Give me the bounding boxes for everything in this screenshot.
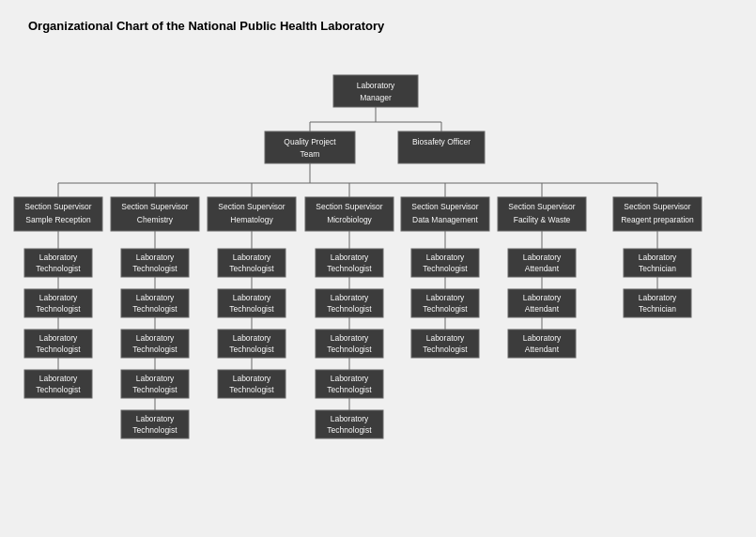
- s5t1-l1: Laboratory: [426, 253, 465, 262]
- s4t1-l1: Laboratory: [331, 253, 369, 262]
- s6t1-l1: Laboratory: [523, 253, 562, 262]
- s1t3-l1: Laboratory: [39, 333, 78, 343]
- sup6-label2: Facility & Waste: [514, 215, 571, 224]
- s4t4-l2: Technologist: [327, 385, 372, 394]
- s3t1-l1: Laboratory: [233, 253, 271, 262]
- s7t1-l2: Technician: [639, 264, 676, 273]
- s4t5-l1: Laboratory: [331, 414, 369, 423]
- s2t3-l1: Laboratory: [136, 333, 175, 343]
- chart-title: Organizational Chart of the National Pub…: [28, 19, 747, 33]
- s4t2-l1: Laboratory: [331, 293, 369, 302]
- sup7-label1: Section Supervisor: [624, 202, 691, 211]
- s1t1-l2: Technologist: [36, 264, 81, 273]
- s6t1-l2: Attendant: [525, 264, 560, 273]
- s2t1-l1: Laboratory: [136, 253, 175, 262]
- manager-label2: Manager: [360, 93, 392, 102]
- s2t4-l1: Laboratory: [136, 374, 175, 383]
- s4t5-l2: Technologist: [327, 425, 372, 435]
- org-chart: .node-box { fill: #3c3c3c; stroke: #666;…: [9, 47, 747, 537]
- s3t4-l2: Technologist: [229, 385, 274, 394]
- s3t3-l2: Technologist: [229, 345, 274, 354]
- sup3-label1: Section Supervisor: [218, 202, 285, 211]
- s1t2-l2: Technologist: [36, 304, 81, 314]
- sup6-label1: Section Supervisor: [508, 202, 576, 211]
- s7t2-l2: Technician: [639, 304, 676, 314]
- manager-label: Laboratory: [357, 81, 395, 90]
- s2t5-l1: Laboratory: [136, 414, 175, 423]
- s4t3-l2: Technologist: [327, 345, 372, 354]
- s5t2-l2: Technologist: [423, 304, 468, 314]
- s4t1-l2: Technologist: [327, 264, 372, 273]
- s7t1-l1: Laboratory: [639, 253, 677, 262]
- s7t2-l1: Laboratory: [639, 293, 677, 302]
- sup1-label2: Sample Reception: [25, 215, 91, 224]
- sup5-label2: Data Management: [412, 215, 479, 224]
- s4t4-l1: Laboratory: [331, 374, 369, 383]
- s3t1-l2: Technologist: [229, 264, 274, 273]
- s4t3-l1: Laboratory: [331, 333, 369, 343]
- s6t3-l1: Laboratory: [523, 333, 562, 343]
- s4t2-l2: Technologist: [327, 304, 372, 314]
- sup5-label1: Section Supervisor: [411, 202, 479, 211]
- s5t3-l1: Laboratory: [426, 333, 465, 343]
- s2t5-l2: Technologist: [132, 425, 177, 435]
- s2t4-l2: Technologist: [132, 385, 177, 394]
- s6t2-l1: Laboratory: [523, 293, 562, 302]
- s5t3-l2: Technologist: [423, 345, 468, 354]
- sup2-label1: Section Supervisor: [121, 202, 189, 211]
- s3t4-l1: Laboratory: [233, 374, 271, 383]
- org-chart-svg: .node-box { fill: #3c3c3c; stroke: #666;…: [9, 47, 747, 537]
- quality-label: Quality Project: [284, 137, 336, 146]
- s5t2-l1: Laboratory: [426, 293, 465, 302]
- s3t3-l1: Laboratory: [233, 333, 271, 343]
- s1t4-l1: Laboratory: [39, 374, 78, 383]
- s3t2-l1: Laboratory: [233, 293, 271, 302]
- sup7-label2: Reagent preparation: [621, 215, 694, 224]
- s6t2-l2: Attendant: [525, 304, 560, 314]
- s5t1-l2: Technologist: [423, 264, 468, 273]
- sup3-label2: Hematology: [230, 215, 273, 224]
- s2t1-l2: Technologist: [132, 264, 177, 273]
- sup1-label1: Section Supervisor: [24, 202, 92, 211]
- sup4-label1: Section Supervisor: [316, 202, 383, 211]
- s2t2-l1: Laboratory: [136, 293, 175, 302]
- s2t3-l2: Technologist: [132, 345, 177, 354]
- biosafety-label: Biosafety Officer: [412, 137, 471, 146]
- s1t1-l1: Laboratory: [39, 253, 78, 262]
- s6t3-l2: Attendant: [525, 345, 560, 354]
- s1t2-l1: Laboratory: [39, 293, 78, 302]
- s2t2-l2: Technologist: [132, 304, 177, 314]
- s1t3-l2: Technologist: [36, 345, 81, 354]
- s3t2-l2: Technologist: [229, 304, 274, 314]
- s1t4-l2: Technologist: [36, 385, 81, 394]
- quality-label2: Team: [301, 149, 320, 159]
- sup4-label2: Microbiology: [327, 215, 372, 224]
- sup2-label2: Chemistry: [137, 215, 174, 224]
